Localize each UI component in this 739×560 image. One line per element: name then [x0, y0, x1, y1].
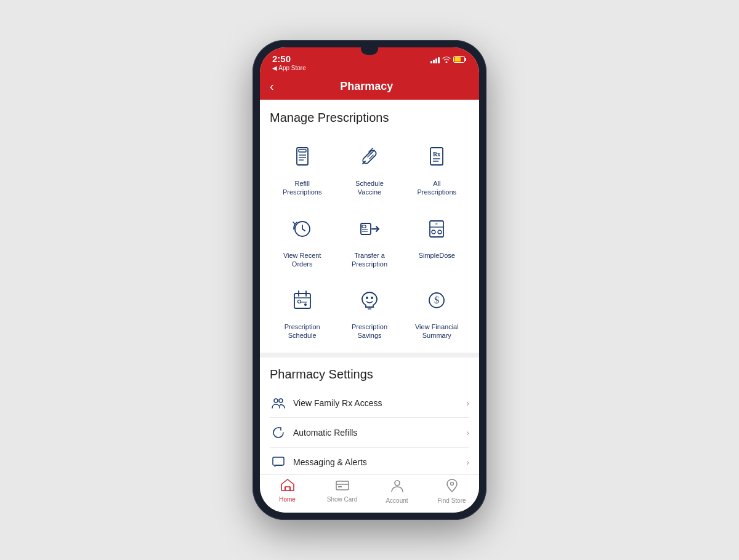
- manage-prescriptions-section: Manage Prescriptions: [260, 100, 479, 353]
- account-icon: [390, 479, 404, 496]
- wifi-icon: [442, 56, 451, 65]
- pharmacy-settings-title: Pharmacy Settings: [270, 367, 469, 382]
- notch: [361, 47, 378, 55]
- all-prescriptions-icon: Rx: [419, 140, 454, 174]
- messaging-icon: [270, 457, 287, 468]
- simpledose-label: SimpleDose: [419, 251, 455, 260]
- auto-refills-icon: [270, 426, 287, 439]
- nav-find-store[interactable]: Find Store: [424, 479, 479, 504]
- refill-prescriptions-label: RefillPrescriptions: [283, 179, 322, 197]
- refill-prescriptions-item[interactable]: RefillPrescriptions: [270, 135, 334, 202]
- status-bar: 2:50 ◀ App Store: [260, 47, 479, 74]
- status-right: [430, 54, 467, 65]
- messaging-alerts-item[interactable]: Messaging & Alerts ›: [270, 448, 469, 474]
- prescription-schedule-icon: [285, 283, 320, 318]
- svg-point-41: [279, 399, 283, 402]
- nav-show-card[interactable]: Show Card: [315, 479, 370, 504]
- nav-account[interactable]: Account: [370, 479, 424, 504]
- navigation-bar: ‹ Pharmacy: [260, 74, 479, 100]
- svg-rect-53: [336, 481, 349, 490]
- auto-refills-chevron-icon: ›: [466, 428, 469, 438]
- automatic-refills-label: Automatic Refills: [293, 428, 466, 438]
- svg-rect-4: [299, 150, 306, 152]
- pharmacy-settings-section: Pharmacy Settings View Family Rx Access …: [260, 358, 479, 474]
- signal-icon: [430, 57, 440, 63]
- schedule-vaccine-icon: [352, 140, 387, 174]
- account-nav-label: Account: [386, 497, 408, 504]
- find-store-icon: [446, 479, 458, 496]
- svg-point-40: [274, 399, 278, 402]
- show-card-nav-label: Show Card: [327, 496, 357, 503]
- main-content: Manage Prescriptions: [260, 100, 479, 474]
- view-recent-orders-icon: [285, 212, 320, 246]
- home-nav-label: Home: [279, 496, 296, 503]
- home-icon: [281, 479, 294, 495]
- svg-rect-42: [273, 457, 284, 465]
- bottom-navigation: Home Show Card: [260, 474, 479, 513]
- svg-rect-55: [338, 486, 342, 487]
- svg-point-33: [304, 303, 307, 306]
- schedule-vaccine-label: ScheduleVaccine: [355, 179, 384, 197]
- prescription-savings-label: PrescriptionSavings: [352, 322, 387, 340]
- schedule-vaccine-item[interactable]: ScheduleVaccine: [337, 135, 402, 202]
- prescription-savings-item[interactable]: PrescriptionSavings: [337, 278, 402, 345]
- family-icon: [270, 398, 287, 409]
- view-financial-summary-icon: $: [419, 283, 454, 318]
- svg-point-57: [450, 482, 453, 486]
- phone-screen: 2:50 ◀ App Store: [260, 47, 479, 513]
- simpledose-icon: ≡: [419, 212, 454, 246]
- svg-point-35: [371, 297, 373, 299]
- svg-text:≡: ≡: [435, 222, 438, 226]
- status-carrier: ◀ App Store: [272, 65, 306, 71]
- family-rx-access-item[interactable]: View Family Rx Access ›: [270, 389, 469, 418]
- manage-prescriptions-title: Manage Prescriptions: [270, 111, 469, 125]
- svg-rect-20: [362, 225, 366, 228]
- svg-rect-28: [294, 294, 310, 308]
- home-indicator: [339, 515, 400, 518]
- svg-point-25: [432, 230, 435, 234]
- family-chevron-icon: ›: [466, 398, 469, 408]
- back-button[interactable]: ‹: [270, 79, 279, 94]
- simpledose-item[interactable]: ≡ SimpleDose: [405, 207, 469, 274]
- svg-point-26: [438, 230, 442, 234]
- svg-rect-1: [465, 58, 467, 61]
- automatic-refills-item[interactable]: Automatic Refills ›: [270, 418, 469, 448]
- transfer-prescription-icon: [352, 212, 387, 246]
- find-store-nav-label: Find Store: [437, 497, 466, 504]
- transfer-prescription-label: Transfer aPrescription: [352, 251, 387, 269]
- prescription-schedule-item[interactable]: PrescriptionSchedule: [270, 278, 334, 345]
- view-recent-orders-item[interactable]: View RecentOrders: [270, 207, 334, 274]
- messaging-alerts-label: Messaging & Alerts: [293, 457, 466, 467]
- status-time: 2:50: [272, 54, 306, 64]
- all-prescriptions-label: AllPrescriptions: [418, 179, 457, 197]
- transfer-prescription-item[interactable]: Transfer aPrescription: [337, 207, 402, 274]
- view-recent-orders-label: View RecentOrders: [283, 251, 321, 269]
- view-financial-summary-label: View FinancialSummary: [415, 322, 459, 340]
- nav-home[interactable]: Home: [260, 479, 315, 504]
- phone-device: 2:50 ◀ App Store: [252, 40, 487, 520]
- svg-text:Rx: Rx: [433, 151, 440, 158]
- all-prescriptions-item[interactable]: Rx AllPrescriptions: [405, 135, 469, 202]
- svg-point-34: [366, 297, 368, 299]
- show-card-icon: [336, 479, 349, 495]
- prescriptions-grid: RefillPrescriptions: [270, 135, 469, 345]
- messaging-chevron-icon: ›: [466, 457, 469, 467]
- family-rx-access-label: View Family Rx Access: [293, 398, 466, 408]
- svg-text:$: $: [434, 295, 439, 305]
- page-title: Pharmacy: [279, 80, 469, 93]
- battery-icon: [453, 56, 467, 65]
- status-left: 2:50 ◀ App Store: [272, 54, 306, 71]
- svg-rect-2: [454, 57, 461, 62]
- prescription-schedule-label: PrescriptionSchedule: [285, 322, 320, 340]
- svg-point-32: [297, 300, 301, 303]
- svg-point-56: [395, 481, 400, 486]
- prescription-savings-icon: [352, 283, 387, 318]
- view-financial-summary-item[interactable]: $ View FinancialSummary: [405, 278, 469, 345]
- refill-prescriptions-icon: [285, 140, 320, 174]
